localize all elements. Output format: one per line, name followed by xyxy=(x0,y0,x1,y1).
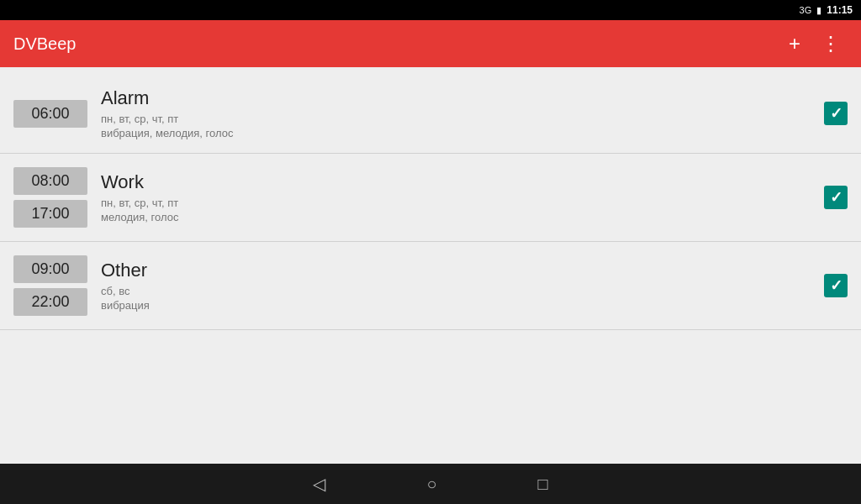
app-bar-actions: + ⋮ xyxy=(782,27,848,60)
alarm-name: Work xyxy=(101,171,824,193)
menu-button[interactable]: ⋮ xyxy=(814,27,848,60)
check-icon: ✓ xyxy=(830,276,843,295)
alarm-info: Work пн, вт, ср, чт, пт мелодия, голос xyxy=(101,171,824,223)
time-column: 09:00 22:00 xyxy=(13,255,87,316)
time-column: 06:00 xyxy=(13,100,87,128)
alarm-props: вибрация, мелодия, голос xyxy=(101,127,824,139)
signal-icon: 3G xyxy=(800,5,812,15)
app-title: DVBeep xyxy=(13,34,782,54)
list-item[interactable]: 08:00 17:00 Work пн, вт, ср, чт, пт мело… xyxy=(0,154,861,242)
alarm-name: Other xyxy=(101,260,824,281)
alarm-props: вибрация xyxy=(101,299,824,312)
app-bar: DVBeep + ⋮ xyxy=(0,20,861,67)
home-button[interactable]: ○ xyxy=(426,475,436,494)
alarm-days: сб, вс xyxy=(101,285,824,297)
alarm-checkbox[interactable]: ✓ xyxy=(824,186,848,209)
alarm-info: Alarm пн, вт, ср, чт, пт вибрация, мелод… xyxy=(101,87,824,139)
time-column: 08:00 17:00 xyxy=(13,167,87,228)
battery-icon: ▮ xyxy=(816,5,821,16)
nav-bar: ◁ ○ □ xyxy=(0,464,861,504)
check-icon: ✓ xyxy=(830,104,843,123)
alarm-name: Alarm xyxy=(101,87,824,109)
check-icon: ✓ xyxy=(830,188,843,207)
alarm-checkbox[interactable]: ✓ xyxy=(824,274,848,297)
alarm-props: мелодия, голос xyxy=(101,211,824,223)
list-item[interactable]: 06:00 Alarm пн, вт, ср, чт, пт вибрация,… xyxy=(0,74,861,154)
back-button[interactable]: ◁ xyxy=(313,474,325,494)
recents-button[interactable]: □ xyxy=(538,475,548,494)
list-item[interactable]: 09:00 22:00 Other сб, вс вибрация ✓ xyxy=(0,242,861,330)
add-button[interactable]: + xyxy=(782,27,807,60)
time-badge: 06:00 xyxy=(13,100,87,128)
alarm-days: пн, вт, ср, чт, пт xyxy=(101,113,824,125)
status-bar: 3G ▮ 11:15 xyxy=(0,0,861,20)
alarm-list: 06:00 Alarm пн, вт, ср, чт, пт вибрация,… xyxy=(0,67,861,464)
time-badge: 09:00 xyxy=(13,255,87,283)
alarm-info: Other сб, вс вибрация xyxy=(101,260,824,312)
time-badge: 22:00 xyxy=(13,288,87,316)
alarm-checkbox[interactable]: ✓ xyxy=(824,102,848,125)
clock: 11:15 xyxy=(827,4,853,16)
time-badge: 17:00 xyxy=(13,200,87,228)
time-badge: 08:00 xyxy=(13,167,87,195)
alarm-days: пн, вт, ср, чт, пт xyxy=(101,197,824,209)
